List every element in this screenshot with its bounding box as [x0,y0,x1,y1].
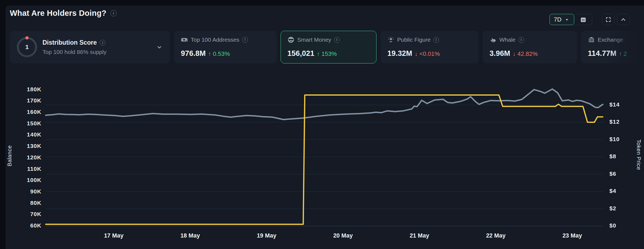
x-axis-label: 20 May [333,232,353,239]
page-title: What Are Holders Doing? [10,9,107,18]
distribution-score-card[interactable]: 1 Distribution Score i Top 100 hold 86% … [10,31,170,63]
caret-down-icon [564,17,570,23]
stat-card-label: Top 100 Addresses [191,37,239,43]
left-axis-tick: 80K [30,200,41,206]
x-axis-label: 23 May [563,232,582,239]
stat-card-change-down: ↓ <0.01% [415,50,440,57]
stat-card-label: Public Figure [397,37,431,43]
fullscreen-icon [605,17,611,23]
banknote-icon [181,36,188,43]
left-axis-tick: 70K [30,211,41,217]
left-axis-tick: 130K [27,143,41,149]
right-axis-title: Token Price [636,139,642,170]
stat-card-top-100-addresses[interactable]: Top 100 Addressesi976.8M↑ 0.53% [174,31,277,63]
left-axis-tick: 110K [27,166,41,172]
right-axis-tick: $2 [609,205,616,211]
left-axis-tick: 160K [27,109,41,115]
right-axis-tick: $8 [609,153,616,159]
left-axis-tick: 140K [27,131,41,138]
stat-card-change-up: ↑ 153% [317,50,337,57]
right-axis-tick: $12 [609,119,619,125]
stat-card-value: 156,021 [287,49,314,58]
time-range-button[interactable]: 7D [549,14,574,25]
stat-card-exchange[interactable]: Exchange114.77M↑ 2 [581,31,644,63]
left-axis-tick: 150K [27,120,41,126]
right-axis-tick: $4 [609,188,616,194]
stat-card-smart-money[interactable]: Smart Moneyi156,021↑ 153% [281,31,376,63]
series-line-smart-money-balance [46,95,603,224]
stat-card-value: 976.8M [181,49,206,58]
x-axis-label: 19 May [257,232,277,239]
stat-card-whale[interactable]: Whalei3.96M↓ 42.82% [483,31,577,63]
left-axis-tick: 180K [27,86,41,92]
right-axis-tick: $0 [609,222,616,229]
calendar-icon [580,16,587,23]
stat-card-change-up: ↑ 2 [619,50,627,57]
right-axis-tick: $6 [609,171,616,177]
x-axis-label: 18 May [180,232,200,239]
chevron-down-icon[interactable] [156,44,163,51]
distribution-score-title: Distribution Score [42,39,97,46]
info-icon[interactable]: i [334,37,340,43]
gauge-marker-dot [25,36,29,40]
left-axis-title: Balance [6,145,13,166]
fullscreen-button[interactable] [602,14,615,25]
right-axis-tick: $14 [609,101,619,108]
range-segmented-control: 7D [549,14,592,25]
x-axis-label: 22 May [486,232,506,239]
info-icon[interactable]: i [518,37,524,43]
public-figure-icon [387,36,394,43]
header-controls: 7D [549,14,630,25]
stat-card-public-figure[interactable]: Public Figurei19.32M↓ <0.01% [381,31,479,63]
stat-card-change-up: ↑ 0.53% [208,50,230,57]
info-icon[interactable]: i [110,10,117,16]
collapse-button[interactable] [617,14,630,25]
x-axis-label: 21 May [410,232,429,239]
stat-card-value: 19.32M [387,49,412,58]
left-axis-tick: 90K [30,188,41,195]
exchange-icon [588,36,595,43]
stat-card-value: 3.96M [490,49,510,58]
whale-icon [490,36,497,43]
distribution-score-value: 1 [25,44,29,51]
x-axis-label: 17 May [104,232,124,239]
stat-card-label: Whale [499,37,516,43]
info-icon[interactable]: i [100,40,105,45]
holder-stat-cards-row: 1 Distribution Score i Top 100 hold 86% … [10,31,644,63]
left-axis-tick: 170K [27,97,41,104]
info-icon[interactable]: i [242,37,248,43]
left-axis-tick: 100K [27,177,41,183]
panel-title-row: What Are Holders Doing? i [10,9,117,18]
distribution-score-subtitle: Top 100 hold 86% supply [42,49,107,55]
stat-card-label: Smart Money [297,37,331,43]
info-icon[interactable]: i [433,37,439,43]
series-line-token-price [46,89,603,120]
right-axis-tick: $10 [609,136,619,142]
smart-money-icon [287,36,294,43]
stat-card-value: 114.77M [588,49,616,58]
left-axis-tick: 60K [30,222,41,229]
stat-card-change-down: ↓ 42.82% [513,50,538,57]
chevron-up-icon [620,16,627,23]
distribution-score-gauge: 1 [17,37,37,57]
left-axis-tick: 120K [27,154,41,160]
calendar-button[interactable] [574,14,592,25]
stat-card-label: Exchange [598,37,623,43]
time-range-label: 7D [554,16,561,23]
